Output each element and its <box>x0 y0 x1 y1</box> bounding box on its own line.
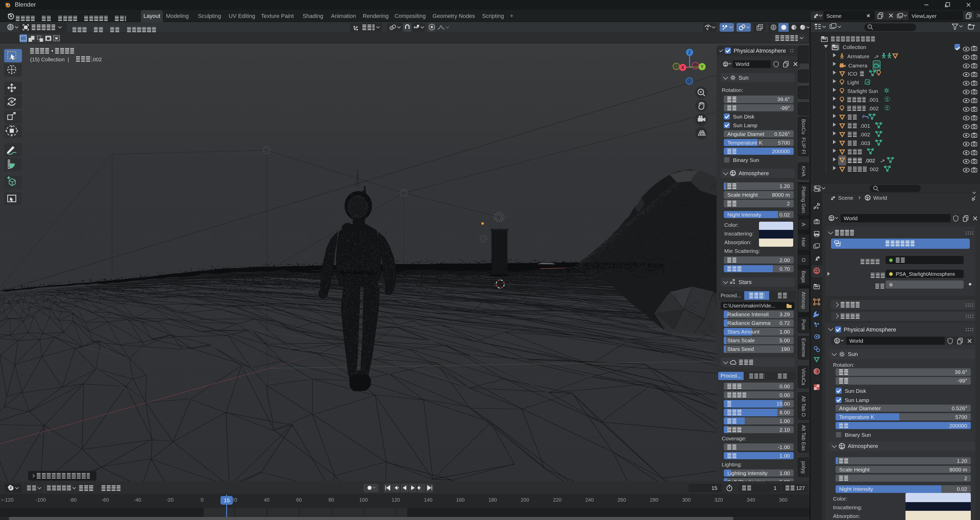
svg-text:X: X <box>681 65 684 70</box>
svg-text:Z: Z <box>688 50 691 55</box>
svg-text:Y: Y <box>700 64 703 69</box>
